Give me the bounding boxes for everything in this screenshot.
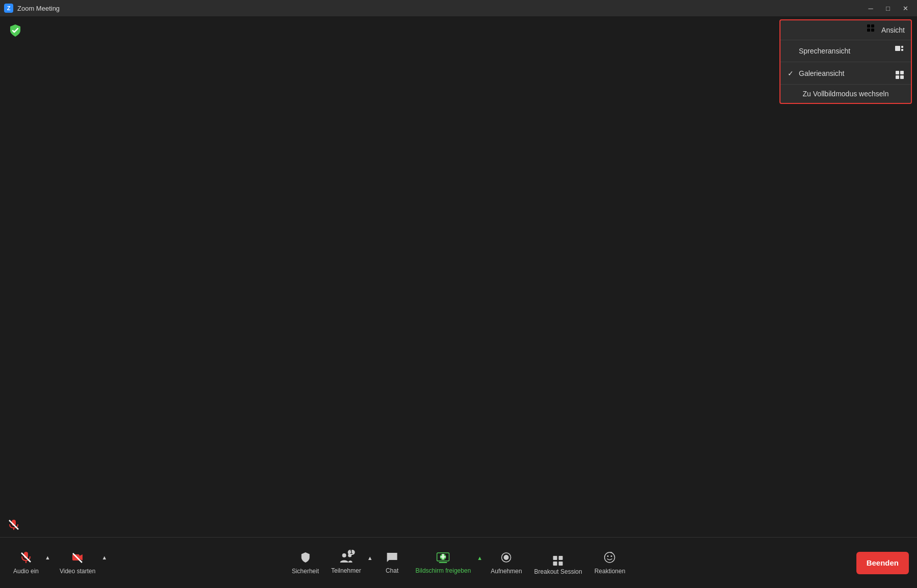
main-content-area: Ansicht Sprecheransicht ✓ Galerieansicht (0, 16, 917, 537)
record-button[interactable]: Aufnehmen (486, 548, 527, 578)
grid-view-header-icon (867, 24, 878, 36)
participants-button[interactable]: 1 Teilnehmer (326, 549, 366, 577)
gallery-view-icon (896, 67, 904, 79)
reactions-label: Reaktionen (595, 568, 626, 575)
reactions-button[interactable]: Reaktionen (589, 548, 631, 578)
svg-rect-2 (895, 46, 900, 51)
security-shield-icon (299, 551, 311, 566)
end-meeting-button[interactable]: Beenden (856, 552, 909, 574)
breakout-tool-group: Breakout Session (529, 548, 587, 578)
fullscreen-label: Zu Vollbildmodus wechseln (803, 90, 889, 98)
svg-point-21 (607, 555, 609, 557)
speaker-view-option[interactable]: Sprecheransicht (780, 40, 911, 62)
security-tool-group: Sicherheit (287, 548, 324, 578)
audio-caret-button[interactable]: ▲ (44, 552, 51, 563)
reactions-emoji-icon (604, 551, 616, 566)
audio-tool-group: Audio ein ▲ (8, 548, 51, 578)
record-icon (500, 551, 513, 566)
bottom-toolbar: Audio ein ▲ Video starten ▲ (0, 537, 917, 588)
toolbar-right-section: Beenden (856, 552, 909, 574)
speaker-view-icon (895, 45, 904, 57)
title-bar: Z Zoom Meeting ─ □ ✕ (0, 0, 917, 16)
video-label: Video starten (60, 568, 96, 575)
breakout-label: Breakout Session (534, 568, 582, 575)
breakout-button[interactable]: Breakout Session (529, 548, 587, 578)
reactions-tool-group: Reaktionen (589, 548, 631, 578)
security-badge (8, 23, 22, 40)
mic-off-icon (20, 551, 32, 566)
speaker-view-label: Sprecheransicht (799, 47, 850, 55)
toolbar-center-section: Sicherheit 1 Teilnehmer ▲ (287, 548, 631, 578)
close-button[interactable]: ✕ (898, 2, 913, 14)
svg-point-20 (605, 552, 615, 563)
gallery-view-left: ✓ Galerieansicht (788, 69, 845, 77)
security-label: Sicherheit (292, 568, 319, 575)
participants-caret-button[interactable]: ▲ (366, 553, 374, 563)
gallery-view-option[interactable]: ✓ Galerieansicht (780, 62, 911, 85)
video-button[interactable]: Video starten (55, 548, 101, 578)
svg-point-22 (611, 555, 612, 557)
maximize-button[interactable]: □ (880, 2, 896, 14)
shield-icon (8, 23, 22, 38)
window-title: Zoom Meeting (17, 5, 60, 12)
share-screen-button[interactable]: Bildschirm freigeben (411, 549, 476, 577)
share-tool-group: Bildschirm freigeben ▲ (411, 549, 484, 577)
share-screen-icon (437, 552, 450, 565)
security-button[interactable]: Sicherheit (287, 548, 324, 578)
audio-label: Audio ein (13, 568, 39, 575)
chat-bubble-icon (386, 552, 398, 565)
view-menu-header: Ansicht (780, 20, 911, 40)
participants-icon: 1 (339, 552, 353, 565)
chat-label: Chat (386, 567, 398, 574)
share-caret-button[interactable]: ▲ (476, 553, 483, 563)
share-label: Bildschirm freigeben (416, 567, 471, 574)
window-controls: ─ □ ✕ (863, 2, 913, 14)
record-label: Aufnehmen (491, 568, 522, 575)
mic-muted-icon (8, 519, 19, 530)
zoom-logo-icon: Z (4, 4, 13, 13)
chat-button[interactable]: Chat (376, 549, 409, 577)
audio-button[interactable]: Audio ein (8, 548, 44, 578)
speaker-view-left: Sprecheransicht (788, 47, 850, 55)
mute-status-indicator (8, 519, 19, 533)
view-dropdown-menu: Ansicht Sprecheransicht ✓ Galerieansicht (779, 19, 912, 104)
fullscreen-option[interactable]: Zu Vollbildmodus wechseln (780, 85, 911, 103)
gallery-view-label: Galerieansicht (799, 69, 845, 77)
svg-rect-16 (439, 562, 447, 563)
svg-point-13 (342, 553, 346, 557)
record-tool-group: Aufnehmen (486, 548, 527, 578)
svg-text:Z: Z (7, 5, 11, 11)
camera-off-icon (71, 551, 84, 566)
video-tool-group: Video starten ▲ (55, 548, 108, 578)
svg-rect-4 (901, 49, 903, 51)
svg-rect-3 (901, 46, 903, 48)
minimize-button[interactable]: ─ (863, 2, 878, 14)
gallery-checkmark: ✓ (788, 69, 796, 77)
toolbar-left-section: Audio ein ▲ Video starten ▲ (8, 548, 108, 578)
chat-tool-group: Chat (376, 549, 409, 577)
breakout-icon (553, 551, 563, 566)
video-caret-button[interactable]: ▲ (100, 552, 108, 563)
participant-count-badge: 1 (348, 550, 355, 555)
participants-tool-group: 1 Teilnehmer ▲ (326, 549, 374, 577)
participants-label: Teilnehmer (331, 567, 361, 574)
svg-point-19 (504, 555, 509, 560)
title-bar-left: Z Zoom Meeting (4, 4, 60, 13)
view-menu-title: Ansicht (881, 26, 905, 34)
